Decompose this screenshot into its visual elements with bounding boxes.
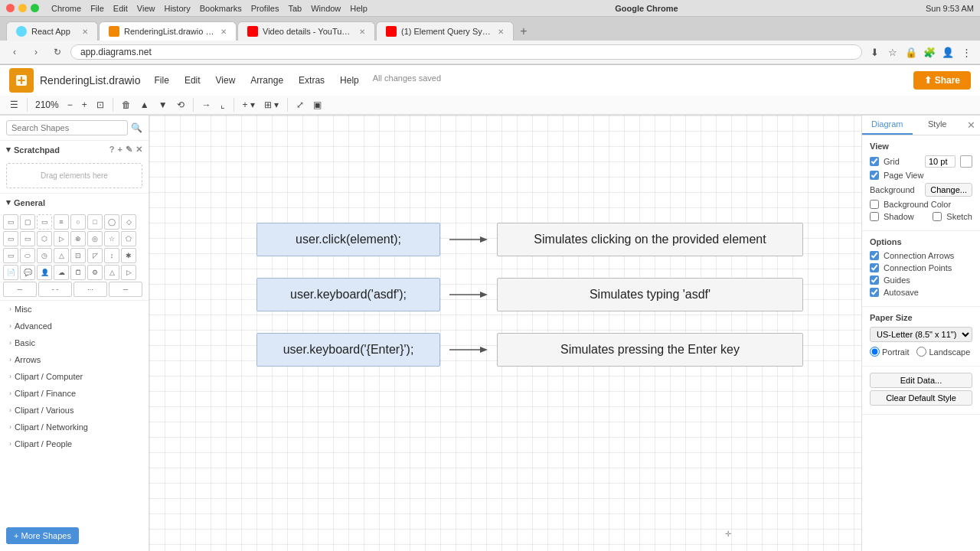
scratchpad-help[interactable]: ? xyxy=(109,145,115,155)
shape-diamond[interactable]: ◇ xyxy=(121,214,136,230)
search-icon[interactable]: 🔍 xyxy=(131,122,142,133)
desc-box-2[interactable]: Simulates pressing the Enter key xyxy=(497,333,803,367)
sidebar-advanced[interactable]: › Advanced xyxy=(0,318,149,334)
table-button[interactable]: ⊞ ▾ xyxy=(260,98,283,112)
panel-toggle-button[interactable]: ▣ xyxy=(309,98,325,112)
edit-data-button[interactable]: Edit Data... xyxy=(870,373,972,388)
shape-dash-rect[interactable]: ▭ xyxy=(37,214,52,230)
app-menu-help[interactable]: Help xyxy=(332,73,367,87)
bookmark-icon[interactable]: ☆ xyxy=(885,44,900,60)
waypoint-button[interactable]: ⌞ xyxy=(217,98,229,112)
app-menu-arrange[interactable]: Arrange xyxy=(243,73,291,87)
back-button[interactable]: ‹ xyxy=(6,44,23,60)
shape-s6[interactable]: ◎ xyxy=(87,231,103,246)
sidebar-misc[interactable]: › Misc xyxy=(0,301,149,318)
shape-s4[interactable]: ▷ xyxy=(54,231,69,246)
shape-u1[interactable]: 📄 xyxy=(3,265,18,280)
shape-line1[interactable]: ─ xyxy=(3,282,37,297)
grid-value-input[interactable] xyxy=(925,155,956,168)
shape-u7[interactable]: △ xyxy=(104,265,119,280)
general-header[interactable]: ▾ General xyxy=(0,194,149,211)
delete-button[interactable]: 🗑 xyxy=(118,98,135,112)
desc-box-0[interactable]: Simulates clicking on the provided eleme… xyxy=(497,223,803,256)
shape-u5[interactable]: 🗒 xyxy=(70,265,86,280)
shape-u6[interactable]: ⚙ xyxy=(87,265,103,280)
paper-size-select[interactable]: US-Letter (8.5" x 11") xyxy=(870,327,972,342)
shape-t3[interactable]: ◷ xyxy=(37,248,52,263)
shape-line3[interactable]: ··· xyxy=(74,282,107,297)
zoom-in-button[interactable]: + xyxy=(78,98,91,112)
menu-icon[interactable]: ⋮ xyxy=(959,44,974,60)
rotate-button[interactable]: ⟲ xyxy=(173,98,188,112)
scratchpad-header[interactable]: ▾ Scratchpad ? + ✎ ✕ xyxy=(0,141,149,158)
tab-react[interactable]: React App ✕ xyxy=(6,21,98,41)
shadow-checkbox[interactable] xyxy=(870,212,879,221)
maximize-dot[interactable] xyxy=(31,4,39,12)
close-dot[interactable] xyxy=(6,4,15,12)
profile-icon[interactable]: 👤 xyxy=(940,44,956,60)
shape-t7[interactable]: ↕ xyxy=(104,248,119,263)
autosave-checkbox[interactable] xyxy=(870,288,879,297)
shape-u8[interactable]: ▷ xyxy=(121,265,136,280)
mac-menu-file[interactable]: File xyxy=(90,4,104,13)
shape-s7[interactable]: ☆ xyxy=(104,231,119,246)
code-box-1[interactable]: user.keyboard('asdf'); xyxy=(256,278,440,311)
toolbar-sidebar-toggle[interactable]: ☰ xyxy=(6,98,22,112)
mac-menu-view[interactable]: View xyxy=(137,4,155,13)
sidebar-arrows[interactable]: › Arrows xyxy=(0,351,149,368)
code-box-0[interactable]: user.click(element); xyxy=(256,223,440,256)
shape-t1[interactable]: ▭ xyxy=(3,248,18,263)
minimize-dot[interactable] xyxy=(18,4,27,12)
sidebar-basic[interactable]: › Basic xyxy=(0,334,149,351)
grid-color-swatch[interactable] xyxy=(960,155,972,168)
new-tab-button[interactable]: + xyxy=(514,22,533,41)
address-bar[interactable]: app.diagrams.net xyxy=(70,44,862,60)
more-shapes-button[interactable]: + More Shapes xyxy=(6,527,79,544)
page-view-checkbox[interactable] xyxy=(870,171,879,180)
guides-checkbox[interactable] xyxy=(870,276,879,285)
connection-points-checkbox[interactable] xyxy=(870,263,879,272)
extension-icon[interactable]: 🧩 xyxy=(922,44,937,60)
shape-s1[interactable]: ▭ xyxy=(3,231,18,246)
shape-s8[interactable]: ⬠ xyxy=(121,231,136,246)
shape-s2[interactable]: ▭ xyxy=(20,231,35,246)
mac-menu-tab[interactable]: Tab xyxy=(288,4,302,13)
connection-arrows-checkbox[interactable] xyxy=(870,251,879,260)
mac-menu-chrome[interactable]: Chrome xyxy=(51,4,81,13)
mac-menu-edit[interactable]: Edit xyxy=(113,4,128,13)
shape-rect2[interactable]: □ xyxy=(87,214,103,230)
shape-t8[interactable]: ✱ xyxy=(121,248,136,263)
code-box-2[interactable]: user.keyboard('{Enter}'); xyxy=(256,333,440,367)
shape-t2[interactable]: ⬭ xyxy=(20,248,35,263)
mac-menu-history[interactable]: History xyxy=(164,4,190,13)
shape-u4[interactable]: ☁ xyxy=(54,265,69,280)
shape-lines[interactable]: ≡ xyxy=(54,214,69,230)
app-menu-file[interactable]: File xyxy=(147,73,177,87)
sidebar-clipart-finance[interactable]: › Clipart / Finance xyxy=(0,385,149,402)
sidebar-clipart-various[interactable]: › Clipart / Various xyxy=(0,402,149,419)
mac-menu-help[interactable]: Help xyxy=(350,4,368,13)
tab-drawio-close[interactable]: ✕ xyxy=(220,28,227,36)
sidebar-clipart-networking[interactable]: › Clipart / Networking xyxy=(0,419,149,435)
shape-s5[interactable]: ⊕ xyxy=(70,231,86,246)
tab-youtube1-close[interactable]: ✕ xyxy=(359,28,365,36)
sidebar-clipart-computer[interactable]: › Clipart / Computer xyxy=(0,368,149,385)
mac-menu-bookmarks[interactable]: Bookmarks xyxy=(200,4,242,13)
zoom-reset-button[interactable]: ⊡ xyxy=(93,98,108,112)
shape-line4[interactable]: ─ xyxy=(109,282,142,297)
tab-style[interactable]: Style xyxy=(913,116,963,135)
move-down-button[interactable]: ▼ xyxy=(155,98,172,112)
scratchpad-close[interactable]: ✕ xyxy=(136,145,142,155)
sidebar-clipart-people[interactable]: › Clipart / People xyxy=(0,435,149,452)
shape-t4[interactable]: △ xyxy=(54,248,69,263)
shape-t5[interactable]: ⊡ xyxy=(70,248,86,263)
reload-button[interactable]: ↻ xyxy=(49,44,66,60)
mac-menu-window[interactable]: Window xyxy=(311,4,341,13)
share-button[interactable]: ⬆ Share xyxy=(913,71,971,90)
search-input[interactable] xyxy=(6,120,128,135)
background-color-checkbox[interactable] xyxy=(870,200,879,209)
connector-style-button[interactable]: → xyxy=(198,98,215,112)
tab-diagram[interactable]: Diagram xyxy=(862,116,913,135)
tab-youtube2-close[interactable]: ✕ xyxy=(498,28,504,36)
app-menu-edit[interactable]: Edit xyxy=(177,73,208,87)
